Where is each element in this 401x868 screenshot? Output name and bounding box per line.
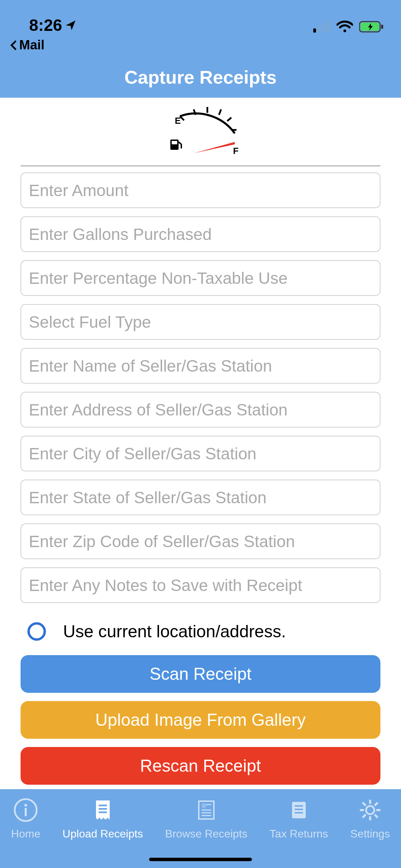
svg-rect-30 [295,805,303,807]
svg-line-39 [375,815,378,818]
svg-marker-14 [194,142,235,153]
use-location-row[interactable]: Use current location/address. [21,611,380,655]
svg-rect-31 [295,809,303,810]
svg-line-41 [375,803,378,806]
seller-state-input[interactable] [21,480,380,515]
svg-line-38 [363,803,366,806]
tab-browse-receipts[interactable]: @ Browse Receipts [165,797,247,840]
status-bar: 8:26 Mail [0,0,401,57]
info-icon [12,797,39,823]
back-to-mail[interactable]: Mail [10,38,45,52]
seller-address-input[interactable] [21,392,380,427]
home-indicator[interactable] [149,858,252,861]
svg-rect-3 [327,21,329,33]
gauge-empty-label: E [175,116,181,126]
svg-rect-2 [322,24,325,33]
svg-line-12 [227,118,231,121]
svg-rect-16 [172,141,177,144]
document-icon: @ [193,797,220,823]
location-arrow-icon [65,20,76,31]
seller-zip-input[interactable] [21,523,380,559]
tab-settings[interactable]: Settings [350,797,390,840]
cellular-signal-icon [313,21,330,33]
tab-home[interactable]: Home [11,797,40,840]
tab-tax-returns[interactable]: Tax Returns [270,797,328,840]
percentage-input[interactable] [21,260,380,296]
gear-icon [357,797,384,823]
svg-rect-20 [99,805,107,806]
tab-upload-receipts[interactable]: Upload Receipts [62,797,143,840]
tab-browse-label: Browse Receipts [165,828,247,840]
svg-text:@: @ [202,803,206,808]
svg-line-40 [363,815,366,818]
gallons-input[interactable] [21,216,380,252]
chevron-left-icon [10,40,18,51]
gauge-full-label: F [233,146,239,156]
receipt-form: Use current location/address. Scan Recei… [0,166,401,785]
svg-rect-19 [25,808,27,816]
fuel-gauge-image: E F [21,98,380,166]
wifi-icon [337,21,353,33]
amount-input[interactable] [21,172,380,208]
scan-receipt-button[interactable]: Scan Receipt [21,655,380,693]
page-header: Capture Receipts [0,57,401,98]
seller-city-input[interactable] [21,436,380,471]
tab-bar: Home Upload Receipts @ Browse Receipts T… [0,789,401,868]
battery-charging-icon [359,21,384,33]
rescan-receipt-button[interactable]: Rescan Receipt [21,747,380,785]
svg-line-11 [219,109,221,115]
status-time: 8:26 [29,16,76,35]
use-location-label: Use current location/address. [63,622,286,641]
svg-rect-6 [381,25,383,29]
tab-tax-label: Tax Returns [270,828,328,840]
tab-home-label: Home [11,828,40,840]
upload-image-button[interactable]: Upload Image From Gallery [21,701,380,739]
radio-icon [27,622,46,641]
svg-rect-21 [99,808,107,810]
back-label: Mail [19,38,45,52]
svg-rect-22 [99,811,107,813]
seller-name-input[interactable] [21,348,380,384]
time-text: 8:26 [29,16,62,35]
status-icons [313,21,384,33]
svg-point-4 [343,29,346,32]
form-icon [285,797,312,823]
notes-input[interactable] [21,567,380,603]
svg-rect-1 [318,26,320,33]
svg-rect-32 [295,812,303,813]
svg-point-18 [24,804,27,807]
fuel-type-select[interactable] [21,304,380,340]
tab-upload-label: Upload Receipts [62,828,143,840]
receipt-icon [89,797,116,823]
svg-point-33 [366,806,374,814]
svg-rect-0 [313,28,316,33]
tab-settings-label: Settings [350,828,390,840]
page-title: Capture Receipts [124,67,277,88]
